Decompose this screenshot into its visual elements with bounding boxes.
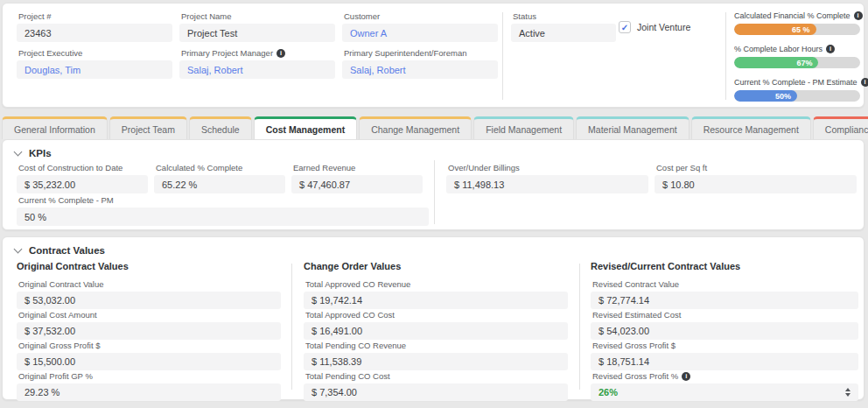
revised-gross-profit-percent-field: Revised Gross Profit % i 26% bbox=[591, 371, 858, 401]
total-pending-co-revenue-input[interactable]: $ 11,538.39 bbox=[304, 353, 568, 370]
customer-input[interactable]: Owner A bbox=[342, 24, 498, 42]
over-under-billings-input[interactable]: $ 11,498.13 bbox=[446, 175, 648, 193]
primary-superintendent-link[interactable]: Salaj, Robert bbox=[350, 65, 406, 75]
field-label: Original Profit GP % bbox=[18, 371, 281, 381]
cost-per-sqft-input[interactable]: $ 10.80 bbox=[654, 175, 857, 193]
stepper-up-arrow[interactable] bbox=[845, 388, 850, 391]
number-stepper-icon[interactable] bbox=[845, 388, 850, 397]
project-executive-field: Project Executive Douglas, Tim bbox=[17, 48, 172, 79]
total-approved-co-cost-input[interactable]: $ 16,491.00 bbox=[304, 322, 568, 340]
primary-project-manager-field: Primary Project Manager i Salaj, Robert bbox=[179, 48, 335, 79]
field-value: $ 11,538.39 bbox=[312, 356, 361, 367]
field-label: Revised Estimated Cost bbox=[592, 310, 858, 320]
revised-gross-profit-input[interactable]: $ 18,751.14 bbox=[591, 353, 858, 370]
field-label: Original Cost Amount bbox=[18, 310, 281, 320]
kpi-left-fields: Cost of Construction to Date $ 35,232.00… bbox=[17, 163, 423, 193]
project-executive-input[interactable]: Douglas, Tim bbox=[17, 60, 172, 79]
stepper-down-arrow[interactable] bbox=[845, 393, 850, 397]
revised-estimated-cost-input[interactable]: $ 54,023.00 bbox=[591, 322, 858, 340]
total-pending-co-cost-field: Total Pending CO Cost $ 7,354.00 bbox=[304, 371, 568, 401]
tab-bar: General Information Project Team Schedul… bbox=[2, 116, 868, 139]
project-number-input[interactable]: 23463 bbox=[17, 24, 172, 42]
tab-schedule[interactable]: Schedule bbox=[189, 116, 252, 139]
customer-label: Customer bbox=[344, 11, 498, 21]
info-icon[interactable]: i bbox=[682, 372, 690, 381]
field-label: Total Pending CO Cost bbox=[305, 371, 568, 381]
contract-divider-1 bbox=[291, 264, 292, 390]
status-field: Status Active bbox=[511, 11, 616, 42]
project-name-value: Project Test bbox=[187, 28, 237, 39]
field-value: $ 53,032.00 bbox=[24, 295, 75, 306]
cost-of-construction-field: Cost of Construction to Date $ 35,232.00 bbox=[17, 163, 148, 193]
original-contract-value-field: Original Contract Value $ 53,032.00 bbox=[17, 279, 281, 309]
status-input[interactable]: Active bbox=[511, 24, 616, 42]
field-label: Cost per Sq ft bbox=[656, 163, 857, 172]
total-approved-co-revenue-input[interactable]: $ 19,742.14 bbox=[304, 292, 568, 309]
status-label: Status bbox=[513, 11, 616, 21]
info-icon[interactable]: i bbox=[276, 49, 285, 58]
kpis-section-card: KPIs Cost of Construction to Date $ 35,2… bbox=[2, 139, 864, 230]
calculated-percent-complete-input[interactable]: 65.22 % bbox=[154, 175, 285, 193]
field-label: Total Approved CO Revenue bbox=[305, 279, 568, 289]
progress-label: % Complete Labor Hours i bbox=[734, 45, 862, 53]
chevron-down-icon bbox=[14, 148, 23, 157]
chevron-down-icon bbox=[14, 245, 23, 254]
field-label: Earned Revenue bbox=[293, 163, 423, 172]
progress-label-text: % Complete Labor Hours bbox=[734, 45, 822, 53]
change-order-values-column: Change Order Values Total Approved CO Re… bbox=[304, 261, 568, 402]
field-value: $ 15,500.00 bbox=[24, 356, 75, 367]
earned-revenue-input[interactable]: $ 47,460.87 bbox=[291, 175, 423, 193]
tab-general-information[interactable]: General Information bbox=[2, 116, 108, 139]
info-icon[interactable]: i bbox=[854, 11, 863, 20]
original-gross-profit-input[interactable]: $ 15,500.00 bbox=[17, 353, 281, 370]
revised-contract-value-field: Revised Contract Value $ 72,774.14 bbox=[591, 279, 858, 309]
field-value: 26% bbox=[598, 387, 618, 397]
over-under-billings-field: Over/Under Billings $ 11,498.13 bbox=[446, 163, 648, 193]
field-label: Revised Gross Profit $ bbox=[592, 341, 858, 350]
kpi-divider bbox=[434, 160, 435, 224]
checkbox-checked-icon[interactable]: ✓ bbox=[619, 21, 631, 33]
project-fields-grid: Project # 23463 Project Name Project Tes… bbox=[17, 11, 498, 79]
field-value: $ 47,460.87 bbox=[299, 179, 350, 190]
tab-cost-management[interactable]: Cost Management bbox=[254, 116, 357, 139]
joint-venture-label: Joint Venture bbox=[637, 22, 690, 32]
primary-project-manager-input[interactable]: Salaj, Robert bbox=[179, 60, 335, 79]
project-name-input[interactable]: Project Test bbox=[179, 24, 335, 42]
field-value: $ 11,498.13 bbox=[454, 179, 504, 190]
project-executive-link[interactable]: Douglas, Tim bbox=[24, 65, 80, 75]
field-value: $ 18,751.14 bbox=[598, 356, 649, 367]
total-pending-co-cost-input[interactable]: $ 7,354.00 bbox=[304, 383, 568, 401]
cost-of-construction-input[interactable]: $ 35,232.00 bbox=[17, 175, 148, 193]
original-contract-value-input[interactable]: $ 53,032.00 bbox=[17, 292, 281, 309]
tab-change-management[interactable]: Change Management bbox=[359, 116, 472, 139]
field-value: $ 19,742.14 bbox=[312, 295, 362, 306]
info-icon[interactable]: i bbox=[826, 45, 835, 53]
contract-values-section-header[interactable]: Contract Values bbox=[15, 245, 105, 256]
primary-project-manager-link[interactable]: Salaj, Robert bbox=[187, 65, 243, 75]
tab-material-management[interactable]: Material Management bbox=[576, 116, 690, 139]
revised-contract-value-input[interactable]: $ 72,774.14 bbox=[591, 292, 858, 309]
customer-link[interactable]: Owner A bbox=[350, 28, 387, 39]
revised-gross-profit-percent-input[interactable]: 26% bbox=[591, 383, 858, 401]
info-icon[interactable]: i bbox=[861, 78, 868, 87]
original-cost-amount-input[interactable]: $ 37,532.00 bbox=[17, 322, 281, 340]
contract-values-section-card: Contract Values Original Contract Values… bbox=[2, 236, 864, 400]
current-percent-complete-pm-input[interactable]: 50 % bbox=[17, 208, 429, 226]
tab-resource-management[interactable]: Resource Management bbox=[691, 116, 811, 139]
field-value: $ 35,232.00 bbox=[24, 179, 75, 190]
earned-revenue-field: Earned Revenue $ 47,460.87 bbox=[291, 163, 423, 193]
tab-field-management[interactable]: Field Management bbox=[473, 116, 574, 139]
primary-superintendent-input[interactable]: Salaj, Robert bbox=[342, 60, 498, 79]
tab-project-team[interactable]: Project Team bbox=[109, 116, 187, 139]
field-value: $ 10.80 bbox=[662, 179, 695, 190]
field-label: Total Approved CO Cost bbox=[305, 310, 568, 320]
field-label: Cost of Construction to Date bbox=[18, 163, 148, 172]
status-value: Active bbox=[519, 28, 545, 39]
field-label-text: Revised Gross Profit % bbox=[592, 371, 678, 381]
field-value: $ 7,354.00 bbox=[312, 387, 357, 397]
joint-venture-checkbox-row[interactable]: ✓ Joint Venture bbox=[619, 21, 690, 33]
tab-compliance-and-safety[interactable]: Compliance and Safety bbox=[813, 116, 868, 139]
kpis-section-header[interactable]: KPIs bbox=[15, 148, 52, 158]
project-name-label: Project Name bbox=[181, 11, 335, 21]
original-profit-gp-percent-input[interactable]: 29.23 % bbox=[17, 383, 281, 401]
